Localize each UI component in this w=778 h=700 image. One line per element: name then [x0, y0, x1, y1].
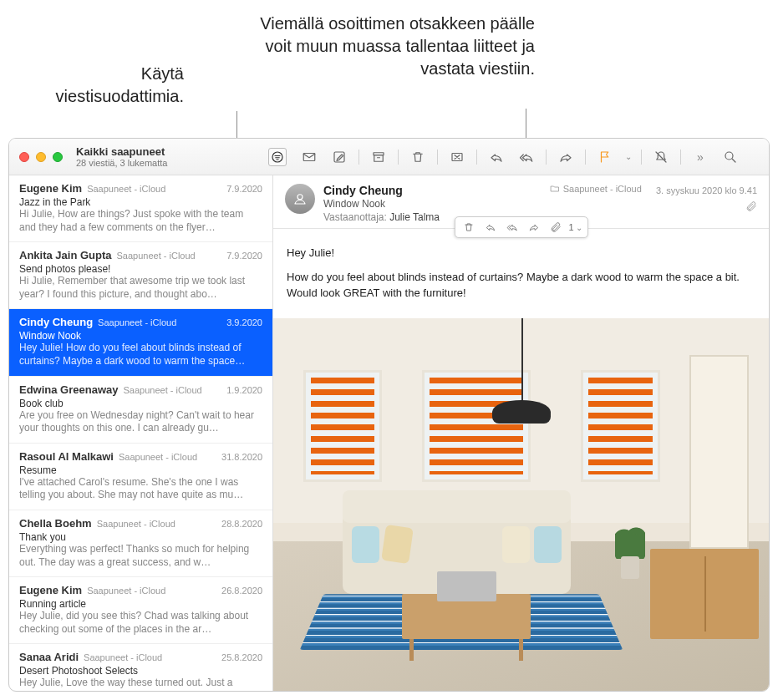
reply-all-button[interactable]	[514, 147, 539, 167]
archive-icon	[371, 150, 386, 165]
junk-button[interactable]	[445, 147, 470, 167]
compose-button[interactable]	[327, 147, 352, 167]
flag-menu-button[interactable]: ⌄	[623, 147, 634, 167]
mailbox-status: 28 viestiä, 3 lukematta	[76, 158, 268, 168]
list-item[interactable]: Eugene KimSaapuneet - iCloud26.8.2020Run…	[9, 577, 272, 644]
msg-sender: Rasoul Al Malkawi	[19, 450, 114, 463]
hover-delete-button[interactable]	[458, 219, 478, 236]
more-button[interactable]: »	[688, 147, 713, 167]
minimize-window-button[interactable]	[36, 152, 46, 162]
list-item[interactable]: Chella BoehmSaapuneet - iCloud28.8.2020T…	[9, 510, 272, 577]
list-item[interactable]: Eugene KimSaapuneet - iCloud7.9.2020Jazz…	[9, 175, 272, 242]
msg-preview: Are you free on Wednesday night? Can't w…	[19, 409, 262, 435]
search-button[interactable]	[718, 147, 743, 167]
titlebar: Kaikki saapuneet 28 viestiä, 3 lukematta…	[9, 139, 769, 175]
body-greeting: Hey Julie!	[287, 246, 755, 261]
msg-sender: Eugene Kim	[19, 182, 82, 195]
get-mail-button[interactable]	[297, 147, 322, 167]
hover-reply-button[interactable]	[480, 219, 500, 236]
msg-preview: Hi Julie, How are things? Just spoke wit…	[19, 208, 262, 234]
msg-date: 1.9.2020	[226, 385, 262, 395]
list-item[interactable]: Ankita Jain GuptaSaapuneet - iCloud7.9.2…	[9, 242, 272, 309]
msg-subject: Jazz in the Park	[19, 196, 262, 208]
toolbar-separator	[398, 150, 399, 165]
msg-mailbox: Saapuneet - iCloud	[117, 251, 222, 261]
msg-date: 28.8.2020	[221, 519, 262, 529]
msg-preview: I've attached Carol's resume. She's the …	[19, 476, 262, 502]
attachment-indicator[interactable]	[745, 200, 757, 215]
msg-subject: Running article	[19, 598, 262, 610]
msg-date: 31.8.2020	[221, 452, 262, 462]
filter-button[interactable]	[268, 148, 287, 166]
msg-preview: Everything was perfect! Thanks so much f…	[19, 543, 262, 569]
msg-sender: Eugene Kim	[19, 584, 82, 596]
hover-attachments-button[interactable]	[545, 219, 565, 236]
msg-date: 7.9.2020	[226, 184, 262, 194]
msg-sender: Chella Boehm	[19, 517, 92, 530]
msg-preview: Hi Julie, Remember that awesome trip we …	[19, 275, 262, 301]
delete-button[interactable]	[405, 147, 430, 167]
zoom-window-button[interactable]	[53, 152, 63, 162]
msg-mailbox: Saapuneet - iCloud	[84, 652, 216, 662]
mail-window: Kaikki saapuneet 28 viestiä, 3 lukematta…	[8, 138, 770, 692]
message-list[interactable]: Eugene KimSaapuneet - iCloud7.9.2020Jazz…	[9, 175, 273, 691]
forward-button[interactable]	[553, 147, 578, 167]
hover-action-bar: 1⌄	[454, 216, 587, 238]
message-body: Hey Julie! How do you feel about blinds …	[273, 229, 769, 318]
toolbar-separator	[546, 150, 547, 165]
reply-all-icon	[519, 150, 534, 165]
header-subject: Window Nook	[323, 198, 757, 210]
msg-subject: Book club	[19, 398, 262, 409]
reply-icon	[489, 150, 504, 165]
toolbar-separator	[437, 150, 438, 165]
toolbar: ⌄ »	[297, 147, 769, 167]
mailbox-title: Kaikki saapuneet	[76, 145, 268, 158]
msg-preview: Hey Julie, did you see this? Chad was ta…	[19, 610, 262, 636]
flag-button[interactable]	[592, 147, 618, 167]
reply-all-icon	[506, 221, 517, 233]
msg-subject: Window Nook	[19, 330, 262, 342]
msg-date: 7.9.2020	[226, 251, 262, 261]
hover-forward-button[interactable]	[523, 219, 543, 236]
list-item[interactable]: Cindy CheungSaapuneet - iCloud3.9.2020Wi…	[9, 309, 272, 376]
msg-mailbox: Saapuneet - iCloud	[87, 184, 221, 194]
list-item[interactable]: Edwina GreenawaySaapuneet - iCloud1.9.20…	[9, 377, 272, 444]
hover-attachment-count[interactable]: 1⌄	[567, 222, 583, 232]
msg-mailbox: Saapuneet - iCloud	[87, 586, 216, 596]
hover-reply-all-button[interactable]	[501, 219, 521, 236]
attachment-count: 1	[568, 222, 573, 232]
bell-off-icon	[653, 150, 669, 165]
toolbar-separator	[680, 150, 681, 165]
chevron-down-icon: ⌄	[625, 152, 632, 161]
trash-icon	[462, 221, 474, 233]
svg-rect-4	[374, 155, 384, 161]
mute-button[interactable]	[648, 147, 674, 167]
list-item[interactable]: Sanaa AridiSaapuneet - iCloud25.8.2020De…	[9, 644, 272, 691]
header-meta: Saapuneet - iCloud 3. syyskuu 2020 klo 9…	[550, 184, 757, 195]
message-pane: Cindy Cheung Window Nook Vastaanottaja: …	[273, 175, 769, 691]
header-date: 3. syyskuu 2020 klo 9.41	[656, 185, 757, 195]
svg-point-7	[297, 195, 303, 200]
msg-mailbox: Saapuneet - iCloud	[98, 317, 221, 327]
search-icon	[723, 150, 738, 165]
reply-button[interactable]	[484, 147, 509, 167]
avatar	[285, 184, 315, 214]
msg-sender: Sanaa Aridi	[19, 651, 79, 663]
attachment-image[interactable]	[273, 318, 769, 691]
filter-icon	[270, 150, 285, 165]
reply-icon	[484, 221, 496, 233]
header-folder-label: Saapuneet - iCloud	[563, 184, 642, 194]
msg-subject: Desert Photoshoot Selects	[19, 665, 262, 677]
list-item[interactable]: Rasoul Al MalkawiSaapuneet - iCloud31.8.…	[9, 444, 272, 510]
paperclip-icon	[745, 200, 757, 212]
msg-subject: Thank you	[19, 531, 262, 543]
msg-date: 3.9.2020	[226, 317, 262, 327]
toolbar-separator	[476, 150, 477, 165]
archive-button[interactable]	[366, 147, 391, 167]
msg-preview: Hey Julie, Love the way these turned out…	[19, 677, 262, 690]
junk-icon	[450, 150, 465, 165]
header-folder[interactable]: Saapuneet - iCloud	[550, 184, 642, 194]
chevron-down-icon: ⌄	[576, 223, 582, 232]
svg-point-6	[725, 152, 733, 160]
close-window-button[interactable]	[19, 152, 29, 162]
